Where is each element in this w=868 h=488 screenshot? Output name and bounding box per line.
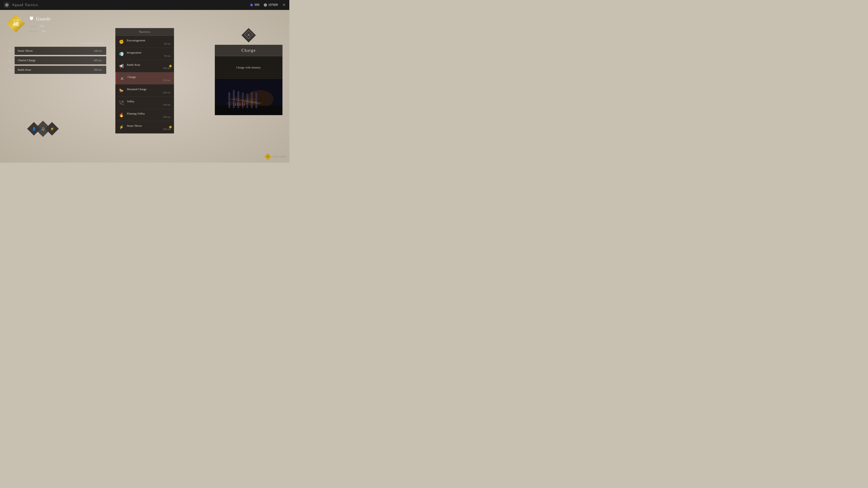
tactics-time-row: 240 sec. <box>127 116 171 118</box>
close-button[interactable]: ✕ <box>282 2 286 7</box>
tactics-list-item[interactable]: 🐎 Mounted Charge 420 sec. <box>116 85 174 97</box>
gem-count: 999 <box>254 3 259 7</box>
tactics-list-item[interactable]: 💨 Invigoration 90 sec. <box>116 48 174 60</box>
app-icon <box>4 2 10 8</box>
tactics-time-row: 150 sec. <box>127 103 171 106</box>
cooldown-bar: Stone Throw 240 sec. <box>14 47 106 55</box>
watermark-logo: TG <box>265 153 271 160</box>
cooldown-item-time: 400 sec. <box>94 59 103 62</box>
squad-name: Guards <box>36 16 51 22</box>
cooldown-item-icon: ⊙ <box>7 48 12 54</box>
tactics-item-time: 150 sec. <box>163 79 171 82</box>
tactics-item-row: Charge 150 sec. <box>127 75 171 82</box>
ability-diamond-right[interactable]: ⚡ <box>45 122 59 135</box>
tactics-time-row: 240 sec. <box>127 128 171 130</box>
tactics-time-row: 150 sec. <box>127 79 171 82</box>
tactics-item-icon: 🏹 <box>118 100 125 106</box>
detail-description: Charge with infantry. <box>215 56 282 79</box>
cooldown-title: Cooldown Time <box>7 41 106 45</box>
tactics-time-row: 420 sec. <box>127 91 171 94</box>
ability-diamonds: ♫ 👤 ⚡ <box>27 113 59 144</box>
tactics-item-icon: ⚔ <box>119 75 125 82</box>
tactics-item-icon: ⚡ <box>118 124 125 130</box>
tactics-item-time: 150 sec. <box>163 103 171 106</box>
squad-type-icon: ⛊ <box>29 16 34 22</box>
tactics-item-row: Mounted Charge 420 sec. <box>127 88 171 94</box>
tactics-item-time: 60 sec. <box>164 42 171 45</box>
tactics-list-item[interactable]: 🏹 Volley 150 sec. <box>116 97 174 109</box>
tactics-time-row: 300 sec. <box>127 67 171 69</box>
tactics-item-name: Battle Roar <box>127 63 171 67</box>
tactics-list: ✊ Encouragement 60 sec. 💨 Invigoration 9… <box>116 36 174 133</box>
top-bar: Squad Tactics 999 107609 ✕ <box>0 0 289 10</box>
tactics-item-row: Stone Throw 240 sec. <box>127 124 171 130</box>
tactics-time-row: 60 sec. <box>127 42 171 45</box>
cooldown-item: ⊙ Battle Roar 300 sec. <box>7 66 106 74</box>
coin-count: 107609 <box>268 3 278 7</box>
tactics-list-item[interactable]: ⚔ Charge 150 sec. <box>116 72 174 85</box>
cooldown-list: ⊙ Stone Throw 240 sec. △ Chariot Charge … <box>7 47 106 74</box>
tactics-item-name: Charge <box>127 75 171 79</box>
detail-image <box>215 79 282 115</box>
tactics-item-name: Mounted Charge <box>127 88 171 91</box>
cooldown-item-name: Battle Roar <box>18 68 31 72</box>
defense-stat: Defense 265 <box>29 29 51 34</box>
cooldown-item-name: Chariot Charge <box>18 59 36 62</box>
hired-badge: Hired 48 <box>7 14 25 33</box>
detail-box: Charge Charge with infantry. <box>215 45 283 115</box>
svg-rect-10 <box>228 92 230 108</box>
defense-value: 265 <box>41 29 46 33</box>
attack-stat: Attack 261 <box>29 23 51 29</box>
svg-rect-9 <box>215 106 282 115</box>
tactics-item-icon: 🐎 <box>118 88 125 94</box>
tactics-time-row: 90 sec. <box>127 55 171 57</box>
battle-scene-svg <box>215 79 282 115</box>
tactics-header: Tactics <box>116 28 174 36</box>
tactics-item-icon: 💨 <box>118 51 125 57</box>
hired-number: 48 <box>13 21 19 28</box>
tactics-item-name: Stone Throw <box>127 124 171 128</box>
tactics-item-icon: ✊ <box>118 39 125 45</box>
top-bar-left: Squad Tactics <box>4 2 38 8</box>
tactics-item-name: Encouragement <box>127 39 171 42</box>
tactics-list-item[interactable]: 🔥 Flaming Volley 240 sec. <box>116 109 174 121</box>
defense-label: Defense <box>29 29 39 33</box>
detail-name: Charge <box>215 45 282 56</box>
cooldown-item-icon: ⊙ <box>7 67 12 72</box>
currency-coin: 107609 <box>264 3 278 7</box>
cooldown-item-time: 300 sec. <box>94 68 103 72</box>
tactics-list-item[interactable]: ✊ Encouragement 60 sec. <box>116 36 174 48</box>
squad-name-row: ⛊ Guards <box>29 16 51 22</box>
squad-stats: Attack 261 Defense 265 <box>29 23 51 34</box>
app-title: Squad Tactics <box>12 3 38 7</box>
currency-gem: 999 <box>250 3 259 7</box>
tactics-item-name: Volley <box>127 100 171 103</box>
tactics-item-time: 240 sec. <box>163 116 171 118</box>
detail-diamond: ⚔ <box>241 28 256 42</box>
tactics-item-row: Volley 150 sec. <box>127 100 171 106</box>
tactics-item-icon: 📢 <box>118 63 125 69</box>
tactics-item-row: Invigoration 90 sec. <box>127 51 171 57</box>
tactics-list-item[interactable]: ⚡ Stone Throw 240 sec. <box>116 121 174 133</box>
tactics-item-row: Flaming Volley 240 sec. <box>127 112 171 118</box>
svg-text:⚔: ⚔ <box>247 33 250 37</box>
ability-diamond-left[interactable]: 👤 <box>27 122 41 135</box>
cooldown-item-icon: △ <box>7 58 12 63</box>
cooldown-item-name: Stone Throw <box>18 49 33 53</box>
cooldown-bar: Chariot Charge 400 sec. <box>14 56 106 64</box>
attack-label: Attack <box>29 24 37 28</box>
tactics-item-row: Battle Roar 300 sec. <box>127 63 171 69</box>
top-bar-right: 999 107609 ✕ <box>250 2 286 7</box>
cooldown-item: △ Chariot Charge 400 sec. <box>7 56 106 64</box>
detail-diamond-icon: ⚔ <box>244 30 253 40</box>
cooldown-item-time: 240 sec. <box>94 49 103 53</box>
watermark-text: THEGAMER <box>273 156 286 158</box>
svg-point-26 <box>226 101 249 106</box>
tactics-panel: Tactics ✊ Encouragement 60 sec. 💨 Invigo… <box>115 28 174 133</box>
main-content: Hired 48 ⛊ Guards Attack 261 Defense 265… <box>0 10 289 163</box>
tactics-list-item[interactable]: 📢 Battle Roar 300 sec. <box>116 60 174 72</box>
gem-icon <box>250 3 253 6</box>
detail-panel: ⚔ Charge Charge with infantry. <box>215 28 283 115</box>
tactics-item-name: Flaming Volley <box>127 112 171 116</box>
tactics-item-icon: 🔥 <box>118 112 125 118</box>
